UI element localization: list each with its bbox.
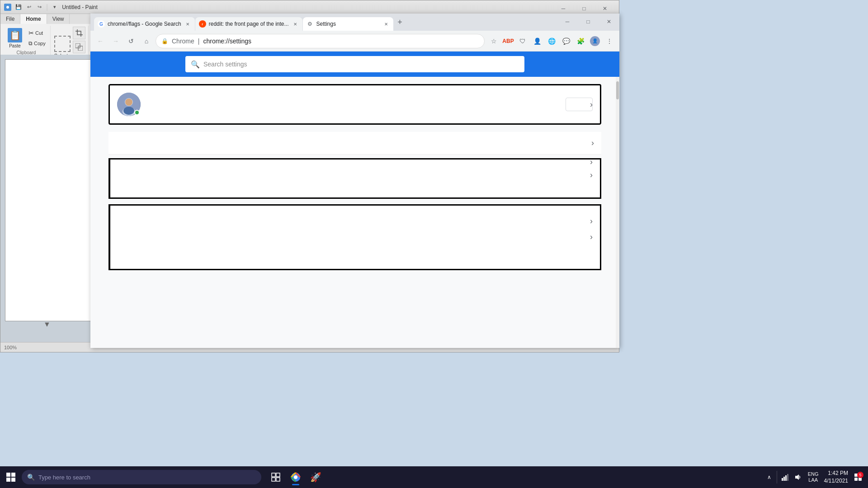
- paint-titlebar: 💾 ↩ ↪ | ▾ Untitled - Paint ─ □ ✕: [0, 0, 619, 14]
- paste-button[interactable]: 📋 Paste: [5, 27, 25, 49]
- taskbar-chrome[interactable]: [287, 468, 305, 486]
- profile-btn[interactable]: 👤: [589, 35, 601, 47]
- svg-rect-12: [276, 473, 280, 477]
- home-button[interactable]: ⌂: [140, 35, 153, 47]
- taskbar-search-placeholder: Type here to search: [38, 474, 90, 481]
- task-view-btn[interactable]: [267, 468, 285, 486]
- settings-row-1[interactable]: ›: [108, 132, 601, 155]
- new-tab-button[interactable]: +: [394, 16, 406, 28]
- content-block-2-inner: › ›: [110, 206, 600, 269]
- tab-close-settings[interactable]: ✕: [382, 20, 390, 28]
- extension-btn-3[interactable]: 🌐: [545, 35, 558, 47]
- back-button[interactable]: ←: [94, 35, 107, 47]
- taskbar-search[interactable]: 🔍 Type here to search: [22, 470, 261, 484]
- bookmark-star-btn[interactable]: ☆: [487, 35, 500, 47]
- copy-button[interactable]: Copy: [27, 39, 47, 47]
- chrome-toolbar-icons: ☆ ABP 🛡 👤 🌐 💬 🧩 👤 ⋮: [487, 35, 616, 47]
- online-indicator: [134, 110, 140, 115]
- profile-card[interactable]: ›: [108, 84, 601, 125]
- chrome-tab-strip: G chrome//flags - Google Search ✕ r redd…: [90, 14, 557, 31]
- clipboard-group: 📋 Paste Cut Copy Clipboard: [2, 26, 51, 56]
- start-button[interactable]: [0, 466, 22, 488]
- network-tray-icon[interactable]: [779, 471, 792, 483]
- select-icon: [54, 36, 71, 52]
- svg-point-9: [125, 99, 132, 106]
- profile-avatar-container: [117, 93, 141, 116]
- block2-chevron-1: ›: [590, 216, 593, 226]
- chrome-minimize-btn[interactable]: ─: [557, 14, 578, 29]
- volume-tray-icon[interactable]: [792, 471, 804, 483]
- settings-scrollbar[interactable]: [616, 77, 619, 348]
- scrollbar-thumb: [616, 81, 619, 99]
- url-input[interactable]: [203, 38, 479, 45]
- sync-button-area[interactable]: [566, 98, 593, 111]
- paint-title: Untitled - Paint: [62, 4, 98, 10]
- content-block-autofill: › ›: [108, 158, 601, 199]
- reload-button[interactable]: ↺: [125, 35, 137, 47]
- ribbon-tab-view[interactable]: View: [47, 14, 70, 24]
- adblock-btn[interactable]: ABP: [502, 35, 514, 47]
- tray-overflow-btn[interactable]: ∧: [764, 471, 775, 483]
- svg-rect-13: [272, 478, 275, 481]
- chrome-url-bar[interactable]: 🔒 Chrome |: [156, 34, 485, 48]
- settings-favicon: ⚙: [307, 20, 314, 28]
- paste-icon: 📋: [8, 28, 22, 42]
- resize-button[interactable]: [73, 41, 85, 53]
- canvas-scroll-down: ▼: [43, 320, 51, 328]
- settings-search-input-container[interactable]: 🔍 Search settings: [185, 56, 524, 72]
- google-favicon: G: [98, 20, 105, 28]
- paint-app-icon: [4, 4, 11, 11]
- crop-button[interactable]: [73, 27, 85, 39]
- chrome-tab-reddit[interactable]: r reddit: the front page of the inte... …: [195, 17, 302, 31]
- svg-rect-24: [854, 478, 858, 481]
- tab-close-flags[interactable]: ✕: [184, 20, 191, 28]
- svg-marker-21: [795, 474, 799, 480]
- profile-card-chevron: ›: [590, 100, 593, 109]
- chrome-maximize-btn[interactable]: □: [578, 14, 599, 29]
- undo-quick-btn[interactable]: ↩: [24, 3, 33, 11]
- svg-rect-17: [782, 478, 783, 481]
- taskbar-center: 🚀: [267, 468, 325, 486]
- language-indicator[interactable]: ENG LAA: [806, 471, 821, 483]
- taskbar-app-2[interactable]: 🚀: [307, 468, 325, 486]
- block-chevron-1: ›: [590, 170, 593, 180]
- tray-icons-group: [777, 471, 804, 483]
- svg-rect-2: [75, 43, 80, 48]
- reddit-favicon: r: [199, 20, 206, 28]
- ribbon-tab-file[interactable]: File: [0, 14, 20, 24]
- chrome-window: G chrome//flags - Google Search ✕ r redd…: [90, 14, 619, 348]
- tab-close-reddit[interactable]: ✕: [292, 20, 299, 28]
- redo-quick-btn[interactable]: ↪: [35, 3, 44, 11]
- chrome-indicator: [292, 484, 299, 485]
- paint-canvas-inner: [5, 59, 91, 321]
- svg-point-1: [6, 6, 9, 9]
- settings-search-placeholder: Search settings: [203, 61, 247, 68]
- taskbar: 🔍 Type here to search: [0, 466, 868, 488]
- svg-rect-25: [859, 478, 862, 481]
- extension-btn-1[interactable]: 🛡: [516, 35, 529, 47]
- customize-quick-btn[interactable]: ▾: [50, 3, 59, 11]
- extensions-btn[interactable]: 🧩: [574, 35, 587, 47]
- forward-button[interactable]: →: [109, 35, 122, 47]
- search-icon: 🔍: [191, 60, 200, 69]
- tab-title-reddit: reddit: the front page of the inte...: [209, 21, 289, 27]
- taskbar-search-icon: 🔍: [27, 474, 35, 481]
- row-1-chevron: ›: [591, 138, 594, 148]
- extension-btn-2[interactable]: 👤: [531, 35, 543, 47]
- chrome-menu-btn[interactable]: ⋮: [603, 35, 616, 47]
- svg-rect-11: [272, 473, 275, 477]
- chrome-window-controls: ─ □ ✕: [557, 14, 619, 29]
- chrome-titlebar: G chrome//flags - Google Search ✕ r redd…: [90, 14, 619, 31]
- extension-btn-4[interactable]: 💬: [560, 35, 572, 47]
- chrome-tab-flags[interactable]: G chrome//flags - Google Search ✕: [94, 17, 195, 31]
- tray-clock[interactable]: 1:42 PM 4/11/2021: [822, 469, 850, 485]
- svg-rect-3: [78, 46, 83, 51]
- tab-title-settings: Settings: [316, 21, 380, 27]
- content-block-2: › ›: [108, 204, 601, 270]
- ribbon-tab-home[interactable]: Home: [20, 14, 47, 24]
- block2-chevron-2: ›: [590, 232, 593, 242]
- cut-button[interactable]: Cut: [27, 28, 47, 38]
- chrome-tab-settings[interactable]: ⚙ Settings ✕: [303, 17, 393, 31]
- save-quick-btn[interactable]: 💾: [14, 3, 23, 11]
- chrome-close-btn[interactable]: ✕: [599, 14, 619, 29]
